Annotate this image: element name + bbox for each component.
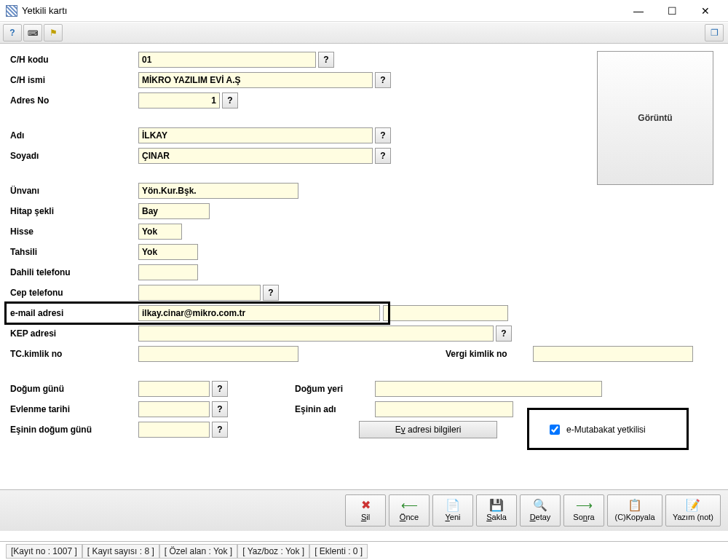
new-icon: 📄	[446, 500, 460, 511]
dahili-label: Dahili telefonu	[10, 267, 138, 277]
kopyala-button-label: (C)Kopyala	[614, 513, 654, 521]
detail-icon: 🔍	[533, 500, 547, 511]
yazim-button-label: Yazım (not)	[673, 513, 713, 521]
adi-lookup[interactable]: ?	[375, 127, 391, 143]
image-placeholder[interactable]: Görüntü	[597, 51, 713, 185]
copy-icon: 📋	[628, 500, 642, 511]
tckimlik-input[interactable]	[138, 346, 298, 362]
status-kayit-sayisi: [ Kayıt sayısı : 8 ]	[82, 544, 159, 559]
footer-toolbar: ✖Sil ⟵Önce 📄Yeni 💾Sakla 🔍Detay ⟶Sonra 📋(…	[0, 489, 728, 531]
ch-kodu-lookup[interactable]: ?	[318, 52, 334, 68]
minimize-button[interactable]: —	[622, 0, 655, 22]
save-icon: 💾	[489, 500, 504, 511]
adi-label: Adı	[10, 130, 138, 141]
adres-no-input[interactable]	[138, 92, 220, 109]
yeni-button-label: Yeni	[445, 513, 460, 521]
toolbar-help-icon[interactable]: ?	[3, 24, 22, 42]
sakla-button-label: Sakla	[486, 513, 507, 521]
es-dogum-lookup[interactable]: ?	[212, 422, 228, 438]
delete-icon: ✖	[361, 500, 371, 511]
kopyala-button[interactable]: 📋(C)Kopyala	[607, 494, 662, 527]
es-adi-label: Eşinin adı	[295, 404, 375, 414]
vergino-label: Vergi kimlik no	[446, 349, 533, 359]
status-yazboz: [ Yaz/boz : Yok ]	[237, 544, 309, 559]
kep-lookup[interactable]: ?	[496, 326, 512, 342]
tckimlik-label: TC.kimlik no	[10, 349, 138, 359]
once-button-label: Önce	[400, 513, 419, 521]
next-icon: ⟶	[576, 500, 593, 511]
ch-ismi-label: C/H ismi	[10, 75, 138, 85]
status-kayit-no: [Kayıt no : 1007 ]	[6, 544, 82, 559]
titlebar: Yetkili kartı — ☐ ✕	[0, 0, 728, 22]
status-eklenti: [ Eklenti : 0 ]	[309, 544, 368, 559]
image-placeholder-label: Görüntü	[638, 113, 672, 123]
adres-no-label: Adres No	[10, 95, 138, 106]
hisse-input[interactable]	[138, 224, 182, 240]
evlenme-label: Evlenme tarihi	[10, 404, 138, 414]
email-input[interactable]	[138, 305, 380, 321]
toolbar: ? ⌨ ⚑ ❐	[0, 22, 728, 44]
cep-input[interactable]	[138, 285, 261, 301]
dogum-yeri-input[interactable]	[375, 381, 602, 397]
soyadi-label: Soyadı	[10, 151, 138, 161]
form-area: C/H kodu ? C/H ismi ? Adres No ? Adı ? S…	[0, 44, 728, 495]
yazim-button[interactable]: 📝Yazım (not)	[665, 494, 721, 527]
ev-adresi-button-label: Ev adresi bilgileri	[395, 425, 462, 435]
hitap-label: Hitap şekli	[10, 206, 138, 216]
emutabakat-label: e-Mutabakat yetkilisi	[566, 425, 646, 435]
sonra-button-label: Sonra	[573, 513, 594, 521]
ch-ismi-lookup[interactable]: ?	[375, 72, 391, 88]
email-extra-input[interactable]	[383, 305, 508, 321]
dahili-input[interactable]	[138, 264, 198, 280]
es-adi-input[interactable]	[375, 401, 513, 417]
ev-adresi-button[interactable]: Ev adresi bilgileri	[359, 421, 497, 438]
kep-input[interactable]	[138, 326, 494, 342]
close-button[interactable]: ✕	[689, 0, 722, 22]
vergino-input[interactable]	[533, 346, 693, 362]
hitap-input[interactable]	[138, 203, 210, 219]
dogum-gunu-label: Doğum günü	[10, 384, 138, 394]
hisse-label: Hisse	[10, 226, 138, 237]
tahsili-label: Tahsili	[10, 247, 138, 257]
maximize-button[interactable]: ☐	[655, 0, 689, 22]
prev-icon: ⟵	[401, 500, 418, 511]
detay-button[interactable]: 🔍Detay	[520, 494, 561, 527]
kep-label: KEP adresi	[10, 328, 138, 339]
unvani-input[interactable]	[138, 183, 298, 199]
dogum-gunu-lookup[interactable]: ?	[212, 381, 228, 397]
adres-no-lookup[interactable]: ?	[222, 92, 238, 109]
cep-lookup[interactable]: ?	[263, 285, 279, 301]
cep-label: Cep telefonu	[10, 288, 138, 298]
note-icon: 📝	[686, 500, 700, 511]
evlenme-input[interactable]	[138, 401, 210, 417]
email-label: e-mail adresi	[10, 308, 138, 318]
toolbar-flag-icon[interactable]: ⚑	[44, 24, 63, 42]
emutabakat-checkbox[interactable]	[550, 425, 560, 435]
soyadi-input[interactable]	[138, 148, 373, 164]
adi-input[interactable]	[138, 127, 373, 143]
toolbar-keyboard-icon[interactable]: ⌨	[23, 24, 42, 42]
ch-kodu-input[interactable]	[138, 52, 316, 68]
sil-button-label: Sil	[361, 513, 370, 521]
tahsili-input[interactable]	[138, 244, 198, 260]
app-icon	[6, 5, 17, 17]
unvani-label: Ünvanı	[10, 186, 138, 196]
sakla-button[interactable]: 💾Sakla	[476, 494, 517, 527]
toolbar-right-icon[interactable]: ❐	[705, 24, 724, 42]
status-ozel-alan: [ Özel alan : Yok ]	[159, 544, 237, 559]
yeni-button[interactable]: 📄Yeni	[432, 494, 473, 527]
window-title: Yetkili kartı	[22, 5, 622, 16]
detay-button-label: Detay	[530, 513, 551, 521]
es-dogum-input[interactable]	[138, 422, 210, 438]
ch-ismi-input[interactable]	[138, 72, 373, 88]
dogum-gunu-input[interactable]	[138, 381, 210, 397]
sonra-button[interactable]: ⟶Sonra	[563, 494, 604, 527]
dogum-yeri-label: Doğum yeri	[295, 384, 375, 394]
soyadi-lookup[interactable]: ?	[375, 148, 391, 164]
statusbar: [Kayıt no : 1007 ] [ Kayıt sayısı : 8 ] …	[0, 541, 728, 560]
sil-button[interactable]: ✖Sil	[345, 494, 386, 527]
ch-kodu-label: C/H kodu	[10, 55, 138, 65]
es-dogum-label: Eşinin doğum günü	[10, 425, 138, 435]
evlenme-lookup[interactable]: ?	[212, 401, 228, 417]
once-button[interactable]: ⟵Önce	[389, 494, 430, 527]
